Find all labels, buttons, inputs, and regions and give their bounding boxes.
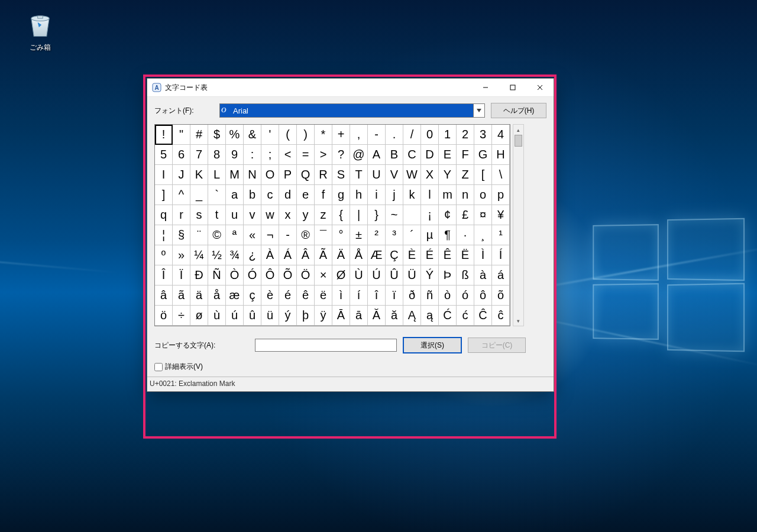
char-cell[interactable]: ü — [261, 306, 279, 326]
char-cell[interactable]: # — [190, 125, 208, 145]
maximize-button[interactable] — [499, 79, 526, 96]
char-cell[interactable]: ¦ — [155, 225, 173, 245]
char-cell[interactable]: ë — [315, 286, 332, 306]
char-cell[interactable]: ' — [261, 125, 279, 145]
char-cell[interactable]: { — [332, 205, 350, 225]
char-cell[interactable]: ) — [297, 125, 315, 145]
char-cell[interactable]: J — [173, 165, 190, 185]
char-cell[interactable]: B — [386, 145, 403, 165]
char-cell[interactable]: © — [208, 225, 226, 245]
char-cell[interactable]: > — [315, 145, 332, 165]
char-cell[interactable]: Ó — [244, 265, 261, 286]
char-cell[interactable]: ~ — [386, 205, 403, 225]
char-cell[interactable]: Ø — [332, 265, 350, 286]
char-cell[interactable]: þ — [297, 306, 315, 326]
char-cell[interactable]: ¿ — [244, 245, 261, 265]
char-cell[interactable]: ´ — [403, 225, 421, 245]
char-cell[interactable]: : — [244, 145, 261, 165]
char-cell[interactable]: ± — [350, 225, 368, 245]
char-cell[interactable]: 9 — [226, 145, 244, 165]
char-cell[interactable]: á — [492, 265, 510, 286]
char-cell[interactable]: Õ — [279, 265, 297, 286]
char-cell[interactable]: à — [474, 265, 492, 286]
char-cell[interactable]: º — [155, 245, 173, 265]
char-cell[interactable]: ć — [457, 306, 474, 326]
grid-scrollbar[interactable]: ▴ ▾ — [513, 124, 524, 326]
char-cell[interactable]: ¶ — [439, 225, 457, 245]
char-cell[interactable]: ý — [279, 306, 297, 326]
char-cell[interactable]: Ò — [226, 265, 244, 286]
char-cell[interactable]: Æ — [368, 245, 386, 265]
char-cell[interactable]: ñ — [421, 286, 439, 306]
char-cell[interactable]: ( — [279, 125, 297, 145]
char-cell[interactable]: Z — [457, 165, 474, 185]
char-cell[interactable]: @ — [350, 145, 368, 165]
char-cell[interactable]: ! — [155, 125, 173, 145]
char-cell[interactable]: ª — [226, 225, 244, 245]
char-cell[interactable]: ö — [155, 306, 173, 326]
char-cell[interactable]: * — [315, 125, 332, 145]
font-select[interactable]: O Arial — [219, 103, 485, 118]
char-cell[interactable]: $ — [208, 125, 226, 145]
minimize-button[interactable] — [472, 79, 499, 96]
char-cell[interactable]: ê — [297, 286, 315, 306]
char-cell[interactable]: Ð — [190, 265, 208, 286]
char-cell[interactable]: x — [279, 205, 297, 225]
char-cell[interactable]: Ā — [332, 306, 350, 326]
char-cell[interactable]: å — [208, 286, 226, 306]
char-cell[interactable]: 2 — [457, 125, 474, 145]
char-cell[interactable]: i — [368, 185, 386, 205]
char-cell[interactable]: h — [350, 185, 368, 205]
char-cell[interactable]: A — [368, 145, 386, 165]
char-cell[interactable]: u — [226, 205, 244, 225]
char-cell[interactable]: Ë — [457, 245, 474, 265]
char-cell[interactable]: G — [474, 145, 492, 165]
scroll-track[interactable] — [513, 135, 523, 316]
char-cell[interactable]: V — [386, 165, 403, 185]
char-cell[interactable]: y — [297, 205, 315, 225]
char-cell[interactable]: ÿ — [315, 306, 332, 326]
char-cell[interactable]: O — [261, 165, 279, 185]
char-cell[interactable]: q — [155, 205, 173, 225]
char-cell[interactable]: 5 — [155, 145, 173, 165]
char-cell[interactable]: a — [226, 185, 244, 205]
char-cell[interactable]: ¤ — [474, 205, 492, 225]
char-cell[interactable]: 3 — [474, 125, 492, 145]
scroll-up-icon[interactable]: ▴ — [513, 125, 523, 135]
char-cell[interactable]: L — [208, 165, 226, 185]
char-cell[interactable]: H — [492, 145, 510, 165]
char-cell[interactable]: Ï — [173, 265, 190, 286]
char-cell[interactable]: ą — [421, 306, 439, 326]
char-cell[interactable]: R — [315, 165, 332, 185]
char-cell[interactable]: õ — [492, 286, 510, 306]
char-cell[interactable]: Ù — [350, 265, 368, 286]
char-cell[interactable]: ç — [244, 286, 261, 306]
char-cell[interactable]: è — [261, 286, 279, 306]
char-cell[interactable]: â — [155, 286, 173, 306]
char-cell[interactable]: í — [350, 286, 368, 306]
char-cell[interactable]: c — [261, 185, 279, 205]
char-cell[interactable]: ² — [368, 225, 386, 245]
char-cell[interactable]: f — [315, 185, 332, 205]
close-button[interactable] — [526, 79, 554, 96]
char-cell[interactable]: r — [173, 205, 190, 225]
char-cell[interactable]: ¬ — [261, 225, 279, 245]
char-cell[interactable]: + — [332, 125, 350, 145]
char-cell[interactable]: ° — [332, 225, 350, 245]
char-cell[interactable]: ¾ — [226, 245, 244, 265]
scroll-down-icon[interactable]: ▾ — [513, 316, 523, 326]
help-button[interactable]: ヘルプ(H) — [491, 103, 546, 118]
char-cell[interactable]: < — [279, 145, 297, 165]
char-cell[interactable]: È — [403, 245, 421, 265]
char-cell[interactable]: T — [350, 165, 368, 185]
char-cell[interactable]: Ú — [368, 265, 386, 286]
char-cell[interactable]: ¼ — [190, 245, 208, 265]
char-cell[interactable]: Å — [350, 245, 368, 265]
char-cell[interactable]: d — [279, 185, 297, 205]
chevron-down-icon[interactable] — [473, 104, 484, 117]
char-cell[interactable]: | — [350, 205, 368, 225]
char-cell[interactable]: Ä — [332, 245, 350, 265]
char-cell[interactable]: ú — [226, 306, 244, 326]
char-cell[interactable]: D — [421, 145, 439, 165]
char-cell[interactable]: M — [226, 165, 244, 185]
